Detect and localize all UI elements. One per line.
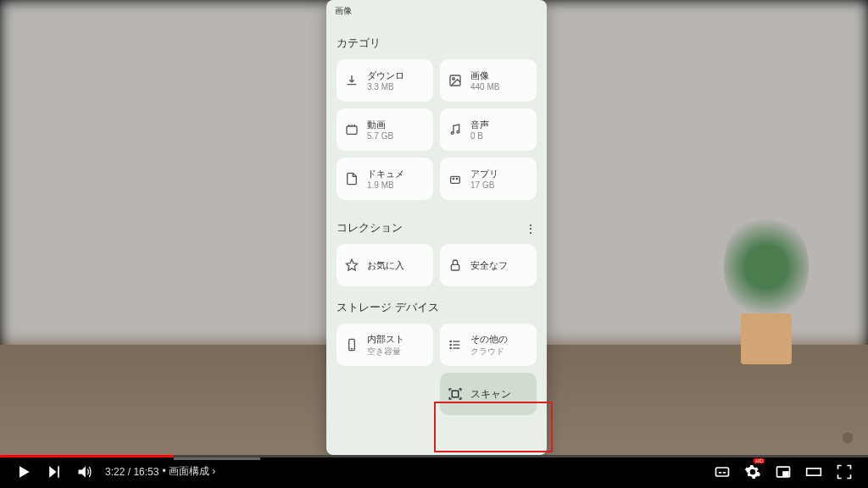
video-icon	[343, 121, 360, 138]
time-display: 3:22 / 16:53	[105, 466, 159, 478]
svg-point-1	[453, 78, 455, 80]
settings-button[interactable]: HD	[737, 457, 768, 487]
collection-tiles: お気に入 安全なフ	[337, 244, 537, 286]
apps-icon	[447, 170, 464, 187]
svg-point-7	[456, 178, 457, 179]
svg-rect-23	[716, 468, 729, 476]
document-icon	[343, 170, 360, 187]
storage-heading: ストレージ デバイス	[337, 300, 537, 315]
svg-marker-8	[346, 259, 357, 270]
tile-apps[interactable]: アプリ17 GB	[440, 158, 537, 200]
tile-scan[interactable]: スキャン	[440, 373, 537, 415]
chapter-name[interactable]: • 画面構成 ›	[162, 464, 215, 479]
tile-video[interactable]: 動画5.7 GB	[337, 108, 433, 151]
theater-button[interactable]	[798, 457, 829, 487]
svg-marker-19	[19, 466, 30, 477]
tile-safe-folder[interactable]: 安全なフ	[440, 244, 537, 286]
youtube-player-bar: 3:22 / 16:53 • 画面構成 › HD	[0, 455, 868, 488]
tile-download[interactable]: ダウンロ3.3 MB	[337, 59, 433, 102]
svg-rect-27	[783, 472, 788, 475]
plant-decoration	[715, 212, 817, 364]
progress-loaded	[174, 458, 260, 460]
svg-marker-20	[49, 466, 56, 477]
svg-rect-18	[452, 391, 459, 397]
channel-watermark	[841, 430, 854, 446]
more-menu-icon[interactable]: ⋮	[525, 223, 537, 235]
svg-rect-21	[58, 466, 59, 477]
collection-heading: コレクション	[337, 220, 403, 236]
tile-documents[interactable]: ドキュメ1.9 MB	[337, 158, 433, 200]
phone-icon	[343, 336, 360, 353]
volume-button[interactable]	[70, 457, 100, 487]
svg-point-17	[450, 347, 451, 348]
svg-rect-9	[451, 264, 459, 270]
svg-marker-22	[79, 466, 86, 477]
lock-icon	[447, 257, 464, 274]
svg-rect-2	[347, 126, 357, 134]
svg-point-4	[457, 130, 459, 133]
next-button[interactable]	[39, 457, 70, 487]
miniplayer-button[interactable]	[768, 457, 798, 487]
phone-screenshot: 画像 カテゴリ ダウンロ3.3 MB 画像440 MB 動画5.7 GB 音声0…	[326, 0, 547, 455]
svg-point-6	[453, 178, 453, 179]
subtitles-button[interactable]	[707, 457, 737, 487]
progress-played	[0, 455, 174, 458]
tile-images[interactable]: 画像440 MB	[440, 59, 537, 102]
svg-rect-28	[807, 468, 821, 474]
category-tiles: ダウンロ3.3 MB 画像440 MB 動画5.7 GB 音声0 B ドキュメ1…	[337, 59, 537, 200]
phone-app-header: 画像	[326, 0, 547, 22]
tile-internal-storage[interactable]: 内部スト空き容量	[337, 324, 433, 366]
svg-point-15	[450, 341, 451, 341]
scan-icon	[447, 385, 464, 402]
image-icon	[447, 72, 464, 89]
download-icon	[343, 72, 360, 89]
play-button[interactable]	[8, 457, 39, 487]
fullscreen-button[interactable]	[829, 457, 860, 487]
svg-rect-5	[451, 176, 460, 183]
category-heading: カテゴリ	[337, 36, 537, 51]
star-icon	[343, 257, 360, 274]
svg-point-16	[450, 344, 451, 345]
tile-favorites[interactable]: お気に入	[337, 244, 433, 286]
tile-audio[interactable]: 音声0 B	[440, 108, 537, 151]
list-icon	[447, 336, 464, 353]
tile-other-storage[interactable]: その他のクラウド	[440, 324, 537, 366]
audio-icon	[447, 121, 464, 138]
svg-point-3	[451, 132, 453, 135]
storage-tiles: 内部スト空き容量 その他のクラウド スキャン	[337, 324, 537, 415]
